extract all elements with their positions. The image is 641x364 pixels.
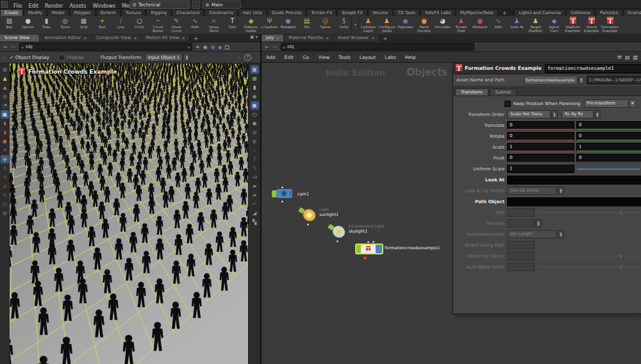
shelf-tool-circle[interactable]: ○Circle — [130, 16, 149, 34]
snap-grid-3-icon[interactable]: ∪ — [1, 182, 9, 190]
network-canvas[interactable]: Indie Edition Objects cam1Lightsunlight1… — [262, 63, 641, 364]
network-pane-add-tab[interactable]: + — [379, 36, 392, 42]
shelf-tool-collision-layer[interactable]: ♟Collision Layer — [359, 16, 378, 34]
tab-close-icon[interactable]: ▪ — [84, 36, 86, 40]
scene-canvas[interactable] — [10, 63, 249, 364]
shelf-tab-hair-utils[interactable]: Hair Utils — [238, 9, 267, 16]
panel-icon[interactable]: ▥ — [633, 54, 638, 60]
select-tool-icon[interactable]: ▲ — [1, 74, 9, 83]
param-field[interactable] — [507, 241, 535, 249]
shelf-tab-simple-fx[interactable]: Simple FX — [337, 9, 367, 16]
shelf-tab-create[interactable]: Create — [0, 9, 23, 16]
param-field[interactable]: 1 — [576, 143, 641, 151]
param-field[interactable] — [507, 208, 535, 217]
snap-grid-1-icon[interactable]: ∩ — [1, 164, 9, 172]
shelf-tool-path[interactable]: ∿Path — [489, 16, 508, 34]
shelf-tool-spray-paint[interactable]: ≈Spray Paint — [204, 16, 223, 34]
net-menu-add[interactable]: Add — [262, 54, 280, 60]
snap-grid-4-icon[interactable]: ∩ — [1, 191, 9, 199]
node-connector-dot[interactable] — [367, 240, 370, 244]
shelf-tab-rigging[interactable]: Rigging — [146, 9, 171, 16]
param-dropdown-scale-rot-trans[interactable]: Scale Rot Trans — [507, 110, 551, 119]
shelf-tool-sphere[interactable]: ●Sphere — [19, 16, 37, 34]
node-connector-dot[interactable] — [306, 223, 310, 226]
shelf-tab-lights-and-cameras[interactable]: Lights and Cameras — [514, 9, 565, 16]
net-menu-view[interactable]: View — [313, 54, 334, 60]
param-field[interactable]: 0 — [507, 121, 574, 129]
menu-assets[interactable]: Assets — [66, 3, 89, 9]
node-cam1[interactable]: cam1 — [272, 188, 295, 202]
shelf-tool-helix[interactable]: §Helix — [335, 16, 351, 34]
net-menu-go[interactable]: Go — [298, 54, 313, 60]
snap-multi-icon[interactable]: ✕ — [1, 146, 9, 154]
grip-tool-2-icon[interactable]: ▰ — [251, 191, 259, 199]
backface-display-icon[interactable]: \ — [251, 164, 259, 172]
param-field[interactable] — [507, 263, 535, 271]
shelf-tool-path[interactable]: ∿Path — [186, 16, 204, 34]
shelf-tab-polygon[interactable]: Polygon — [70, 9, 96, 16]
asset-path-field[interactable]: C:/PROGRA~1/SIDEEF~1/HOUDIN~1.550/hou — [587, 76, 641, 85]
rotate-tool-icon[interactable]: ◎ — [1, 92, 9, 101]
param-spinner[interactable]: ▲▼ — [558, 230, 564, 238]
shelf-tab-grains[interactable]: Grains — [623, 9, 641, 16]
checker-tool-icon[interactable]: ▚ — [251, 218, 259, 226]
shelf-tab-texture[interactable]: Texture — [121, 9, 146, 16]
forward-arrow-icon[interactable]: → — [10, 44, 20, 50]
shelf-tab-sidefx-labs[interactable]: SideFX Labs — [420, 9, 455, 16]
param-field[interactable]: 1 — [507, 165, 574, 173]
pane-tab-scene-view[interactable]: Scene View▪ — [0, 35, 40, 42]
desktop-selector[interactable]: ⊞ Technical — [129, 1, 190, 9]
pane-tab-asset-browser[interactable]: Asset Browser▪ — [333, 35, 379, 42]
tab-close-icon[interactable]: ▪ — [277, 36, 279, 40]
shelf-tab-guide-process[interactable]: Guide Process — [267, 9, 306, 16]
viewport-3d[interactable]: ■▲▲◎◔▣◖◗●✕◆∩∩∪∩○◎ ▣▦▮◉●○◉◎●∴/\.12▰▰⌐◢▚ F… — [0, 63, 260, 364]
pretransform-button[interactable]: Pre-transform — [584, 99, 629, 108]
net-menu-help[interactable]: Help — [401, 54, 420, 60]
shelf-tool-l-system[interactable]: ΨL-System — [260, 16, 279, 34]
param-field[interactable] — [507, 219, 535, 228]
shelf-tool-configure-joints[interactable]: ♟Configure Joints — [378, 16, 396, 34]
shelf-tool-paint-density[interactable]: ●Paint Density — [415, 16, 433, 34]
help-icon[interactable]: ? — [244, 54, 251, 61]
shelf-tool-stadium-example[interactable]: Stadium Example — [563, 16, 582, 34]
translate-tool-icon[interactable]: ▲ — [1, 83, 9, 92]
shelf-tool-look-at[interactable]: ♟Look At — [508, 16, 526, 34]
op-path-field[interactable] — [507, 197, 641, 206]
shelf-tool-obstacle[interactable]: ●Obstacle — [470, 16, 489, 34]
shelf-tool-null[interactable]: +Null — [93, 16, 112, 34]
shelf-tool-box[interactable]: ▧Box — [0, 16, 19, 34]
node-skylight1[interactable]: Environment Lightskylight1 — [327, 222, 347, 242]
shelf-tab-constraints[interactable]: Constraints — [204, 9, 238, 16]
path-dropdown-icon[interactable]: ▾ — [188, 45, 192, 49]
ring-tool-2-icon[interactable]: ◎ — [1, 209, 9, 217]
network-indicator-icon[interactable]: ∴ — [237, 54, 240, 60]
param-field[interactable]: 0 — [507, 132, 574, 140]
shelf-tool-torus[interactable]: ◎Torus — [56, 16, 74, 34]
desktop-spinner[interactable]: ⋮ — [192, 1, 200, 9]
material-sphere-icon[interactable]: ● — [251, 137, 259, 145]
headlight-icon[interactable]: ○ — [251, 110, 259, 119]
wrench-icon[interactable]: ⚒ — [617, 54, 622, 60]
shelf-scroll-arrows[interactable]: ◂◂ — [351, 16, 359, 34]
network-path-field[interactable]: ▸ obj — [281, 43, 474, 51]
uv-view-icon[interactable]: ▦ — [251, 74, 259, 83]
normals-display-icon[interactable]: / — [251, 155, 259, 163]
shelf-tool-file[interactable]: ▤File — [297, 16, 316, 34]
shelf-tab-model[interactable]: Model — [47, 9, 69, 16]
node-connector-dot[interactable] — [336, 240, 339, 243]
snap-magnet-2-icon[interactable]: ◗ — [1, 128, 9, 136]
menu-file[interactable]: File — [10, 3, 25, 9]
net-menu-tools[interactable]: Tools — [334, 54, 354, 60]
snap-point-icon[interactable]: ● — [1, 137, 9, 145]
input-object-spinner[interactable]: ▲▼ — [183, 53, 190, 62]
shelf-tab-volume[interactable]: Volume — [368, 9, 393, 16]
asset-name-spinner[interactable]: ▲▼ — [578, 76, 585, 85]
node-sunlight1[interactable]: Lightsunlight1 — [297, 205, 318, 226]
pane-tab-animation-editor[interactable]: Animation Editor▪ — [40, 35, 91, 42]
keep-position-checkbox[interactable] — [504, 101, 511, 107]
shelf-tool-populate[interactable]: ◉Populate — [396, 16, 415, 34]
points-display-icon[interactable]: ∴ — [251, 146, 259, 154]
node-connector-dot[interactable] — [281, 186, 284, 189]
shelf-tool-agent-cam[interactable]: ◆Agent Cam — [545, 16, 563, 34]
param-dropdown-arc-length[interactable]: Arc Length — [507, 230, 557, 238]
